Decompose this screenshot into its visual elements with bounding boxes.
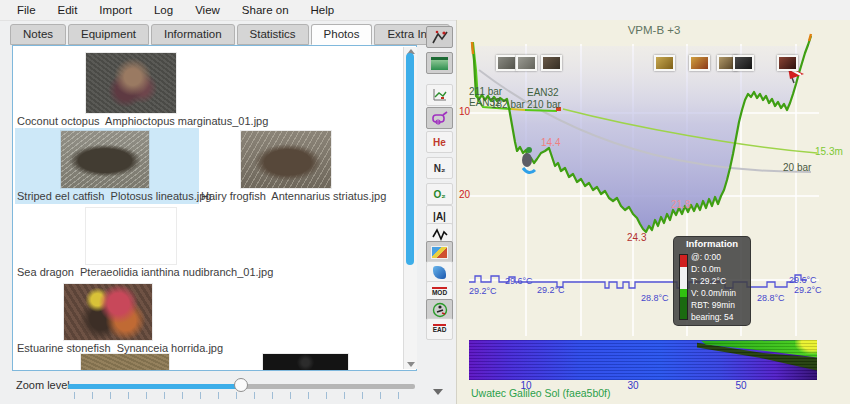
photo-thumbnail[interactable]: [61, 131, 149, 188]
profile-photo-marker[interactable]: [496, 55, 517, 71]
info-row-time: @: 0:00: [691, 251, 736, 263]
photo-caption[interactable]: Striped eel catfish Plotosus lineatus.jp…: [17, 190, 211, 202]
pp-oxygen-icon: O₂: [433, 189, 445, 200]
tissues-icon: [433, 266, 446, 279]
photo-list: Coconut octopus Amphioctopus marginatus_…: [12, 45, 417, 371]
photo-caption[interactable]: Coconut octopus Amphioctopus marginatus_…: [17, 115, 268, 127]
toolbar-scroll-down-icon[interactable]: [433, 389, 443, 395]
pp-nitrogen-icon: N₂: [434, 163, 446, 174]
photo-list-scrollbar[interactable]: [403, 47, 417, 369]
photo-caption[interactable]: Hairy frogfish Antennarius striatus.jpg: [201, 190, 386, 202]
profile-photo-marker[interactable]: [654, 55, 675, 71]
deco-model-title: VPM-B +3: [457, 24, 850, 36]
info-row-bearing: bearing: 54: [691, 311, 736, 323]
zoom-level-label: Zoom level: [16, 379, 70, 391]
tissue-heatmap: [469, 340, 817, 380]
zoom-slider-fill: [68, 384, 242, 389]
tab-equipment[interactable]: Equipment: [68, 24, 149, 45]
profile-photo-marker[interactable]: [777, 55, 798, 71]
depth-axis-label: 20: [459, 189, 470, 200]
profile-photo-marker[interactable]: [733, 55, 754, 71]
menu-bar: File Edit Import Log View Share on Help: [0, 0, 850, 21]
photo-caption[interactable]: Estuarine stonefish Synanceia horrida.jp…: [17, 342, 223, 354]
tab-photos[interactable]: Photos: [311, 24, 373, 45]
menu-view[interactable]: View: [184, 2, 231, 18]
time-axis-label: 50: [730, 380, 752, 391]
info-row-velocity: V: 0.0m/min: [691, 287, 736, 299]
photo-thumbnail[interactable]: [64, 284, 152, 340]
info-row-rbt: RBT: 99min: [691, 299, 736, 311]
toolbar-button-ead[interactable]: EAD: [426, 318, 453, 340]
toolbar-button-show-photos[interactable]: [426, 241, 453, 263]
toolbar-button-calculated-ceiling[interactable]: [426, 52, 453, 74]
photo-thumbnail[interactable]: [241, 131, 331, 188]
photo-thumbnail[interactable]: [86, 53, 176, 113]
information-tooltip: Information @: 0:00 D: 0.0m T: 29.2°C V:…: [673, 236, 751, 326]
menu-import[interactable]: Import: [88, 2, 143, 18]
dive-profile-icon: [432, 29, 448, 45]
heatmap-striations: [469, 340, 817, 380]
temperature-label: 28.8°C: [641, 294, 669, 304]
max-depth-marker: 24.3: [627, 232, 646, 243]
toolbar-button-tissues[interactable]: [426, 261, 453, 283]
tab-statistics[interactable]: Statistics: [237, 24, 309, 45]
ceiling-icon: [431, 57, 448, 70]
mean-depth-icon: |A|: [433, 211, 446, 222]
photo-thumbnail[interactable]: [86, 208, 176, 264]
temperature-label: 29.6°C: [505, 277, 533, 287]
tank-end-pressure: 20 bar: [783, 162, 811, 173]
toolbar-button-pp-graph[interactable]: [426, 84, 453, 106]
profile-photo-marker[interactable]: [516, 55, 537, 71]
pp-helium-icon: He: [433, 137, 446, 148]
info-row-temperature: T: 29.2°C: [691, 275, 736, 287]
menu-edit[interactable]: Edit: [47, 2, 89, 18]
scroll-down-icon[interactable]: [407, 362, 415, 367]
temperature-label: 29.2°C: [537, 286, 565, 296]
photo-thumbnail-partial[interactable]: [81, 354, 169, 371]
heart-rate-icon: [432, 227, 448, 241]
menu-help[interactable]: Help: [300, 2, 346, 18]
profile-photo-marker[interactable]: [541, 55, 562, 71]
toolbar-button-pp-helium[interactable]: He: [426, 131, 453, 153]
tab-notes[interactable]: Notes: [10, 24, 66, 45]
menu-log[interactable]: Log: [143, 2, 184, 18]
photos-icon: [431, 246, 448, 259]
diver-icon: [432, 302, 448, 318]
mod-icon: MOD: [432, 287, 447, 297]
scooter-icon: [431, 111, 448, 125]
pp-graph-icon: [432, 87, 448, 103]
toolbar-button-pp-oxygen[interactable]: O₂: [426, 183, 453, 205]
mean-depth-label: 15.3m: [815, 146, 843, 157]
notebook-tab-bar: Notes Equipment Information Statistics P…: [10, 24, 452, 45]
velocity-color-bar: [679, 254, 688, 320]
toolbar-button-pp-nitrogen[interactable]: N₂: [426, 157, 453, 179]
zoom-slider-handle[interactable]: [234, 378, 248, 392]
toolbar-button-dc-ceiling[interactable]: [426, 107, 453, 129]
depth-marker: 14.4: [541, 137, 560, 148]
photo-thumbnail-partial[interactable]: [263, 354, 348, 371]
profile-photo-marker[interactable]: [689, 55, 710, 71]
tab-information[interactable]: Information: [151, 24, 235, 45]
temperature-label: 28.8°C: [757, 294, 785, 304]
depth-marker: 21.8: [671, 199, 690, 210]
ead-icon: EAD: [433, 324, 447, 334]
dive-profile-panel[interactable]: VPM-B +3 10 20 211 bar EAN32 182 bar EAN…: [456, 20, 850, 404]
temperature-label: 29.2°C: [469, 287, 497, 297]
time-axis-label: 30: [622, 380, 644, 391]
temperature-label: 29.2°C: [794, 286, 822, 296]
info-row-depth: D: 0.0m: [691, 263, 736, 275]
dive-computer-label: Uwatec Galileo Sol (faea5b0f): [471, 388, 611, 400]
tank1-end-pressure: 182 bar: [491, 99, 525, 110]
zoom-slider-ticks: [74, 392, 412, 399]
scrollbar-thumb[interactable]: [406, 53, 414, 265]
information-title: Information: [674, 238, 750, 249]
menu-file[interactable]: File: [6, 2, 47, 18]
photo-caption[interactable]: Sea dragon Pteraeolidia ianthina nudibra…: [17, 266, 273, 278]
tank1-start-pressure: 211 bar: [469, 86, 502, 97]
tank2-start-pressure: 210 bar: [527, 99, 561, 110]
tank2-gas-label: EAN32: [527, 87, 559, 98]
application-window: File Edit Import Log View Share on Help …: [0, 0, 850, 404]
menu-share-on[interactable]: Share on: [231, 2, 300, 18]
toolbar-button-dive-profile[interactable]: [426, 26, 453, 48]
